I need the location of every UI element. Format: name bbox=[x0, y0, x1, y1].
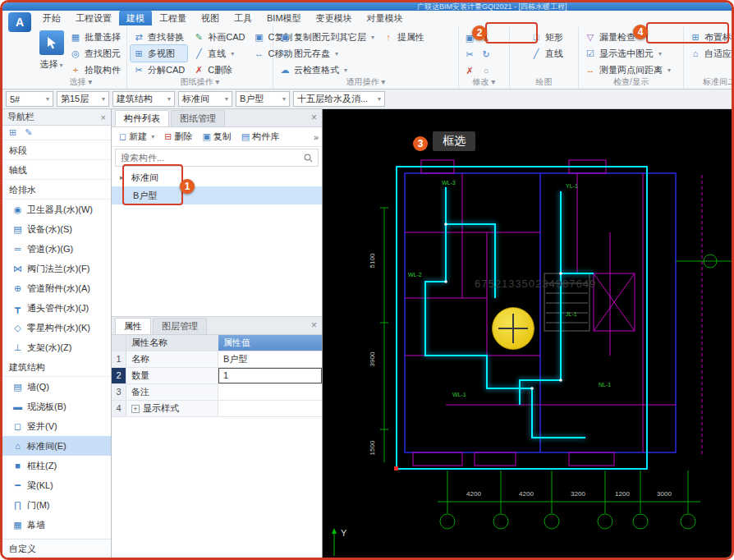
nav-toolbar: ⊞ ✎ bbox=[2, 126, 111, 140]
dimension-label: 1200 bbox=[615, 490, 630, 498]
app-logo: A bbox=[8, 12, 31, 32]
nav-item-standard-room[interactable]: ⌂标准间(E) bbox=[2, 436, 111, 456]
nav-item-shaft[interactable]: ◻竖井(V) bbox=[2, 416, 111, 436]
rotate-icon[interactable]: ↻ bbox=[479, 47, 493, 62]
pin-icon[interactable]: ⊞ bbox=[9, 127, 16, 138]
nav-item-frame-column[interactable]: ■框柱(Z) bbox=[2, 456, 111, 475]
cloud-check-button[interactable]: ☁云检查格式▾ bbox=[277, 62, 377, 78]
value-display-style[interactable] bbox=[218, 401, 322, 416]
nav-item-pipe-fitting[interactable]: ┳通头管件(水)(J) bbox=[2, 298, 111, 318]
close-icon[interactable]: × bbox=[101, 112, 106, 122]
redraw-cad-button[interactable]: ✎补画CAD bbox=[190, 29, 247, 45]
cad-canvas[interactable]: 675213350234987649 WL-3 WL-2 YL-1 JL-1 W… bbox=[323, 109, 734, 560]
tab-compare-module[interactable]: 对量模块 bbox=[360, 11, 411, 25]
missing-quantity-check-button[interactable]: ▽漏量检查▾ bbox=[582, 29, 680, 45]
save-element-button[interactable]: ▽图元存盘▾ bbox=[277, 45, 377, 62]
tab-quantity[interactable]: 工程量 bbox=[152, 11, 194, 25]
find-element-button[interactable]: ◎查找图元 bbox=[67, 45, 123, 62]
nav-item-valve-flange[interactable]: ⋈阀门法兰(水)(F) bbox=[2, 259, 111, 278]
nav-item-beam[interactable]: ━梁(KL) bbox=[2, 475, 111, 495]
tab-layer-manage[interactable]: 图层管理 bbox=[153, 318, 207, 334]
dropdown-arrow-icon: ▾ bbox=[344, 67, 347, 74]
extract-properties-button[interactable]: ↑提属性 bbox=[380, 29, 427, 45]
component-library-button[interactable]: ▤构件库 bbox=[237, 129, 283, 145]
ucs-axis bbox=[332, 528, 337, 556]
elevator-shaft bbox=[594, 273, 635, 331]
value-name[interactable]: B户型 bbox=[218, 351, 322, 367]
nav-item-equipment[interactable]: ▤设备(水)(S) bbox=[2, 219, 111, 239]
rectangle-button[interactable]: □矩形 bbox=[528, 29, 575, 45]
tab-change-module[interactable]: 变更模块 bbox=[309, 11, 360, 25]
value-quantity-input[interactable]: 1 bbox=[218, 368, 322, 383]
tab-home[interactable]: 开始 bbox=[35, 11, 68, 25]
value-remark[interactable] bbox=[218, 384, 322, 400]
nav-section-plumbing[interactable]: 给排水 bbox=[2, 180, 111, 200]
dropdown-arrow-icon: ▾ bbox=[225, 95, 228, 103]
component-type-select[interactable]: 标准间▾ bbox=[178, 91, 232, 107]
header-property-name: 属性名称 bbox=[126, 335, 218, 351]
expand-icon[interactable]: + bbox=[131, 405, 140, 413]
component-select[interactable]: B户型▾ bbox=[236, 91, 290, 107]
drawing-select[interactable]: 十五层给水及消...▾ bbox=[293, 91, 385, 107]
nav-item-custom[interactable]: 自定义 bbox=[2, 539, 111, 558]
line-icon: ╱ bbox=[530, 48, 542, 59]
new-button[interactable]: ◻新建▾ bbox=[115, 129, 158, 145]
tree-child-b-unit[interactable]: B户型 bbox=[112, 186, 322, 204]
building-select[interactable]: 5#▾ bbox=[6, 91, 53, 107]
nav-item-support[interactable]: ⊥支架(水)(Z) bbox=[2, 337, 111, 357]
trim-icon[interactable]: ✂ bbox=[462, 47, 477, 62]
pick-component-button[interactable]: +拾取构件 bbox=[67, 62, 123, 78]
nav-item-sanitary-ware[interactable]: ◉卫生器具(水)(W) bbox=[2, 200, 111, 219]
adaptive-standard-room-button[interactable]: ⌂自适应标准间 bbox=[687, 45, 734, 62]
nav-item-bid-section[interactable]: 标段 bbox=[2, 140, 111, 160]
nav-item-pipe[interactable]: ═管道(水)(G) bbox=[2, 239, 111, 259]
batch-select-button[interactable]: ▦批量选择 bbox=[67, 29, 123, 45]
measure-distance-button[interactable]: ↔测量两点间距离▾ bbox=[582, 62, 680, 78]
dropdown-arrow-icon: ▾ bbox=[46, 95, 49, 103]
tab-bim-model[interactable]: BIM模型 bbox=[259, 11, 309, 25]
tab-view[interactable]: 视图 bbox=[194, 11, 227, 25]
nav-item-pipe-accessory[interactable]: ⊕管道附件(水)(A) bbox=[2, 278, 111, 298]
tab-tools[interactable]: 工具 bbox=[227, 11, 259, 25]
navigation-sidebar: 导航栏 × ⊞ ✎ 标段 轴线 给排水 ◉卫生器具(水)(W) ▤设备(水)(S… bbox=[2, 109, 112, 558]
tree-parent-standard-room[interactable]: ▸ 标准间 bbox=[112, 168, 322, 186]
dropdown-arrow-icon: ▾ bbox=[667, 67, 671, 74]
copy-button[interactable]: ▣复制 bbox=[198, 129, 235, 145]
search-input[interactable] bbox=[121, 153, 300, 163]
nav-item-axis[interactable]: 轴线 bbox=[2, 160, 111, 180]
close-icon[interactable]: × bbox=[311, 319, 317, 331]
tab-project-settings[interactable]: 工程设置 bbox=[68, 11, 119, 25]
tab-drawing-manage[interactable]: 图纸管理 bbox=[171, 110, 225, 126]
minus-icon: ⊟ bbox=[164, 131, 172, 142]
nav-item-misc-component[interactable]: ◇零星构件(水)(K) bbox=[2, 318, 111, 337]
dropdown-arrow-icon: ▾ bbox=[151, 133, 154, 140]
category-select[interactable]: 建筑结构▾ bbox=[112, 91, 175, 107]
delete-button[interactable]: ⊟删除 bbox=[160, 129, 196, 145]
nav-item-door[interactable]: ∏门(M) bbox=[2, 495, 111, 515]
explode-cad-button[interactable]: ✂分解CAD bbox=[131, 62, 187, 78]
up-arrow-icon: ↑ bbox=[383, 32, 394, 42]
copy-to-other-floor-button[interactable]: ▣复制图元到其它层▾ bbox=[277, 29, 377, 45]
select-button[interactable]: 选择▾ bbox=[39, 29, 64, 78]
tab-properties[interactable]: 属性 bbox=[115, 318, 151, 334]
draw-line-button[interactable]: ╱直线 bbox=[528, 45, 575, 62]
nav-item-slab[interactable]: ▬现浇板(B) bbox=[2, 397, 111, 416]
edit-icon[interactable]: ✎ bbox=[25, 127, 32, 138]
cad-line-button[interactable]: ╱直线▾ bbox=[190, 45, 247, 62]
properties-tabs: 属性 图层管理 × bbox=[112, 317, 322, 335]
magnifier-icon: ◎ bbox=[70, 48, 81, 59]
nav-item-curtain-wall[interactable]: ▦幕墙 bbox=[2, 515, 111, 535]
expander-icon[interactable]: ▸ bbox=[120, 173, 128, 181]
tab-component-list[interactable]: 构件列表 bbox=[115, 110, 169, 126]
find-replace-button[interactable]: ⇄查找替换 bbox=[131, 29, 187, 45]
more-button[interactable]: » bbox=[314, 132, 319, 142]
nav-section-structure[interactable]: 建筑结构 bbox=[2, 357, 111, 377]
show-selected-elements-button[interactable]: ☑显示选中图元▾ bbox=[582, 45, 680, 62]
cad-delete-button[interactable]: ✗C删除 bbox=[190, 62, 247, 78]
nav-item-wall[interactable]: ▤墙(Q) bbox=[2, 377, 111, 397]
close-icon[interactable]: × bbox=[311, 112, 317, 123]
multi-view-button[interactable]: ⊞多视图 bbox=[131, 45, 187, 62]
place-standard-room-button[interactable]: ⊞布置标准间 bbox=[687, 29, 734, 45]
tab-modeling[interactable]: 建模 bbox=[119, 11, 152, 25]
floor-select[interactable]: 第15层▾ bbox=[57, 91, 109, 107]
